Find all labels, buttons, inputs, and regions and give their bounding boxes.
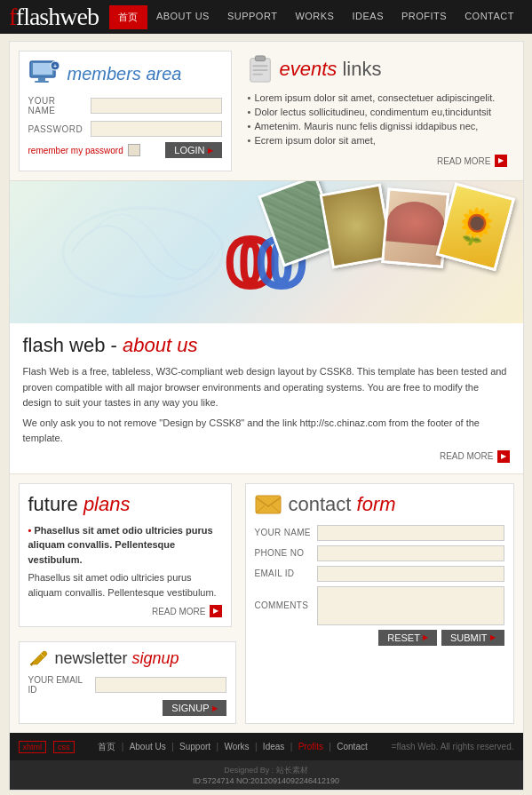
nav-works[interactable]: WORKS [286,5,343,29]
events-list: Lorem ipsum dolor sit amet, consectetuer… [248,91,507,147]
future-title: future plans [28,493,222,516]
newsletter-email-input[interactable] [95,677,226,693]
xhtml-badge[interactable]: xhtml [19,741,47,753]
password-row: PASSWORD [28,121,222,137]
cf-comments-label: COMMENTS [255,600,313,610]
svg-rect-7 [255,56,265,61]
footer-copy-text: =flash Web. All rights reserved. [392,742,514,751]
envelope-icon [255,494,282,515]
footer-link-home[interactable]: 首页 [98,742,115,751]
submit-button[interactable]: SUBMIT [441,630,504,646]
members-heading: members area [67,64,182,84]
top-section: + members area YOUR NAME PASSWORD rememb… [10,42,523,181]
svg-rect-13 [256,496,281,513]
footer-links: 首页 | About Us | Support | Works | Ideas … [82,740,385,753]
email-row: YOUR EMAIL ID [28,675,226,695]
login-button[interactable]: LOGIN [165,142,221,158]
nav-home[interactable]: 首页 [109,5,147,29]
signup-btn-row: SIGNUP [28,700,226,716]
read-more-about[interactable]: READ MORE ▶ [23,450,510,463]
photos-group: 🌻 [257,190,505,266]
read-more-future[interactable]: READ MORE ▶ [28,605,222,617]
members-area: + members area YOUR NAME PASSWORD rememb… [19,51,232,171]
about-title: flash web - about us [23,334,510,357]
name-label: YOUR NAME [28,96,86,115]
svg-rect-1 [33,63,52,75]
read-more-about-label: READ MORE [440,451,494,461]
contact-form: contact form YOUR NAME PHONE NO EMAIL ID… [245,483,514,725]
sub-footer: Designed By : 站长素材 ID:5724714 NO:2012091… [10,760,523,790]
future-plans: future plans • Phasellus sit amet odio u… [19,483,232,628]
left-column: future plans • Phasellus sit amet odio u… [19,483,236,725]
footer-link-contact[interactable]: Contact [337,742,367,751]
water-splash-decoration [54,181,232,323]
read-more-future-label: READ MORE [152,607,206,616]
footer-id: ID:5724714 NO:20120914092246412190 [19,776,514,785]
about-title-text: flash web - [23,334,123,356]
main-container: + members area YOUR NAME PASSWORD rememb… [9,41,524,791]
remember-row: remember my password LOGIN [28,142,222,158]
navigation: 首页 ABOUT US SUPPORT WORKS IDEAS PRoFiTS … [109,5,523,29]
cf-email-input[interactable] [317,566,504,582]
reset-button[interactable]: RESET [378,630,437,646]
remember-checkbox[interactable] [128,144,140,156]
email-id-label: YOUR EMAIL ID [28,675,91,695]
cf-name-input[interactable] [317,525,504,541]
cf-buttons: RESET SUBMIT [255,630,504,646]
footer-link-works[interactable]: Works [224,742,249,751]
newsletter-heading: newsletter signup [55,649,179,668]
about-text-1: Flash Web is a free, tableless, W3C-comp… [23,364,510,411]
nav-about[interactable]: ABOUT US [147,5,218,29]
name-row: YOUR NAME [28,96,222,115]
contact-heading: contact form [289,493,396,516]
read-more-icon: ▶ [495,155,507,167]
read-more-future-icon: ▶ [210,605,222,617]
nav-support[interactable]: SUPPORT [218,5,286,29]
css-badge[interactable]: css [53,741,75,753]
nav-profits[interactable]: PRoFiTS [393,5,456,29]
cf-comments-input[interactable] [317,586,504,625]
header: fflashweb 首页 ABOUT US SUPPORT WORKS IDEA… [0,0,532,34]
logo: fflashweb [9,3,109,31]
newsletter: newsletter signup YOUR EMAIL ID SIGNUP [19,641,236,724]
read-more-events[interactable]: READ MORE ▶ [248,155,507,167]
signup-button[interactable]: SIGNUP [163,700,226,716]
svg-rect-10 [252,74,262,76]
footer: xhtml css 首页 | About Us | Support | Work… [10,733,523,760]
svg-text:+: + [53,63,57,69]
events-section: events links Lorem ipsum dolor sit amet,… [241,51,514,171]
cf-phone-row: PHONE NO [255,545,504,561]
footer-copy: =flash Web. All rights reserved. [392,742,514,751]
list-item: Lorem ipsum dolor sit amet, consectetuer… [248,91,507,105]
list-item: Ecrem ipsum dolor sit amet, [248,133,507,147]
bottom-section: future plans • Phasellus sit amet odio u… [10,474,523,734]
cf-comments-row: COMMENTS [255,586,504,625]
name-input[interactable] [91,98,222,114]
cf-email-label: EMAIL ID [255,568,313,578]
cf-phone-input[interactable] [317,545,504,561]
footer-link-ideas[interactable]: Ideas [263,742,284,751]
remember-label[interactable]: remember my password [28,146,123,155]
clipboard-icon [248,55,273,83]
newsletter-title: newsletter signup [28,649,226,668]
future-item-title: Phasellus sit amet odio ultricies purus … [28,525,213,565]
svg-rect-3 [35,81,49,83]
password-label: PASSWORD [28,124,86,134]
cf-name-row: YOUR NAME [255,525,504,541]
list-item: Dolor lectus sollicitudineu, condimentum… [248,105,507,119]
banner: o o 🌻 [10,181,523,323]
about-text-2: We only ask you to not remove "Design by… [23,416,510,447]
events-title-normal: links [337,58,381,80]
footer-link-support[interactable]: Support [179,742,210,751]
nav-contact[interactable]: CONTACT [456,5,523,29]
events-heading: events links [280,58,382,81]
future-item: • Phasellus sit amet odio ultricies puru… [28,523,222,568]
footer-link-about[interactable]: About Us [130,742,166,751]
read-more-about-icon: ▶ [497,450,510,463]
cf-phone-label: PHONE NO [255,548,313,558]
events-title: events links [248,55,507,83]
password-input[interactable] [91,121,222,137]
list-item: Ametenim. Mauris nunc felis dignissi idd… [248,119,507,133]
nav-ideas[interactable]: IDEAS [343,5,393,29]
footer-link-profits[interactable]: Profits [298,742,323,751]
